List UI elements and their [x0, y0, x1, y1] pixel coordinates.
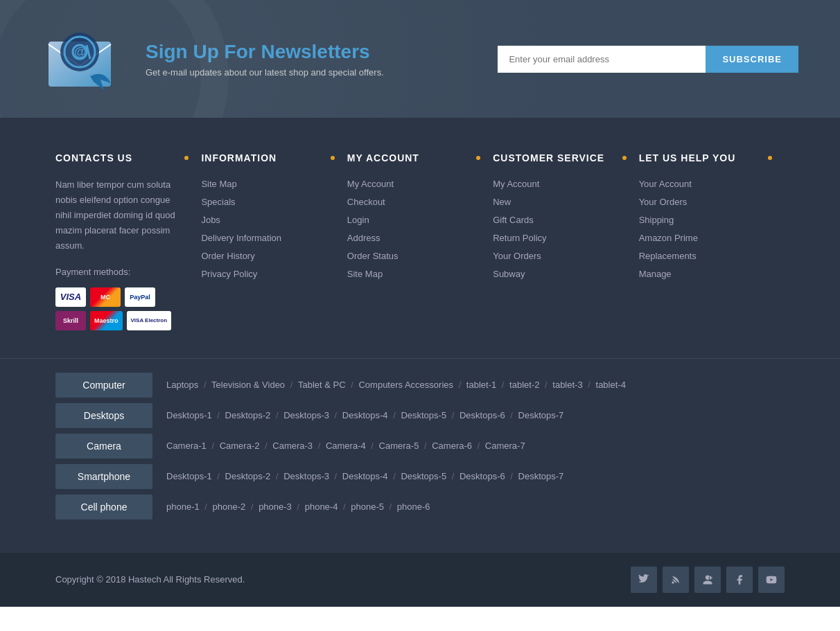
list-item: Jobs [201, 213, 333, 226]
cat-link[interactable]: tablet-4 [596, 380, 626, 390]
amazon-prime-link[interactable]: Amazon Prime [639, 233, 698, 243]
customer-service-heading: CUSTOMER SERVICE [493, 152, 624, 163]
login-link[interactable]: Login [347, 215, 369, 225]
footer-col-contacts: CONTACTS US Nam liber tempor cum soluta … [55, 152, 201, 330]
category-links-smartphone: Desktops-1 / Desktops-2 / Desktops-3 / D… [152, 464, 577, 488]
list-item: Subway [493, 267, 624, 280]
twitter-icon[interactable] [631, 567, 657, 593]
list-item: My Account [493, 177, 624, 190]
cat-link[interactable]: Camera-5 [379, 441, 419, 451]
cat-link[interactable]: Desktops-2 [225, 410, 271, 420]
cat-link[interactable]: Desktops-1 [166, 410, 212, 420]
site-map-link[interactable]: Site Map [201, 179, 236, 189]
footer-col-help: LET US HELP YOU Your Account Your Orders… [639, 152, 785, 330]
cat-link[interactable]: tablet-2 [509, 380, 539, 390]
cat-link[interactable]: Desktops-2 [225, 471, 271, 481]
cs-new-link[interactable]: New [493, 197, 511, 207]
specials-link[interactable]: Specials [201, 197, 235, 207]
youtube-icon[interactable] [758, 567, 785, 593]
cat-link[interactable]: Desktops-3 [283, 471, 329, 481]
site-map-link2[interactable]: Site Map [347, 269, 383, 279]
cat-link[interactable]: Desktops-7 [518, 410, 564, 420]
payment-label: Payment methods: [55, 265, 187, 280]
subway-link[interactable]: Subway [493, 269, 525, 279]
cat-link[interactable]: phone-1 [166, 501, 200, 512]
cat-link[interactable]: Camera-7 [485, 441, 525, 451]
google-plus-icon[interactable] [694, 567, 721, 593]
shipping-link[interactable]: Shipping [639, 215, 674, 225]
address-link[interactable]: Address [347, 233, 380, 243]
list-item: Shipping [639, 213, 771, 226]
order-status-link[interactable]: Order Status [347, 251, 399, 261]
category-links-computer: Laptops / Television & Video / Tablet & … [152, 373, 640, 397]
footer-bottom: Copyright © 2018 Hastech All Rights Rese… [0, 553, 840, 607]
maestro-icon: Maestro [90, 311, 123, 330]
subscribe-button[interactable]: SUBSCRIBE [706, 46, 798, 73]
your-orders-link2[interactable]: Your Orders [639, 197, 688, 207]
category-links-cellphone: phone-1 / phone-2 / phone-3 / phone-4 / … [152, 495, 444, 519]
cat-link[interactable]: Camera-6 [432, 441, 472, 451]
order-history-link[interactable]: Order History [201, 251, 254, 261]
email-input[interactable] [498, 46, 706, 73]
replacements-link[interactable]: Replacements [639, 251, 697, 261]
svg-text:@: @ [74, 45, 87, 59]
cat-link[interactable]: Television & Video [211, 380, 285, 390]
jobs-link[interactable]: Jobs [201, 215, 220, 225]
cat-link[interactable]: phone-3 [259, 501, 292, 512]
category-section: Computer Laptops / Television & Video / … [0, 358, 840, 553]
cat-link[interactable]: Desktops-4 [342, 410, 388, 420]
cat-link[interactable]: Desktops-4 [342, 471, 388, 481]
cat-link[interactable]: Desktops-3 [283, 410, 329, 420]
cat-link[interactable]: Desktops-5 [401, 471, 446, 481]
list-item: Amazon Prime [639, 231, 771, 244]
list-item: Order History [201, 249, 333, 262]
cat-link[interactable]: Camera-1 [166, 441, 207, 451]
list-item: Order Status [347, 249, 479, 262]
gift-cards-link[interactable]: Gift Cards [493, 215, 534, 225]
cat-link[interactable]: tablet-1 [466, 380, 496, 390]
cat-link[interactable]: phone-4 [305, 501, 338, 512]
category-label-computer: Computer [55, 373, 152, 398]
newsletter-heading-highlight: Newsletters [261, 41, 369, 62]
cat-link[interactable]: phone-2 [213, 501, 246, 512]
cat-link[interactable]: Camera-3 [272, 441, 313, 451]
cat-link[interactable]: phone-5 [351, 501, 384, 512]
cs-account-link[interactable]: My Account [493, 179, 539, 189]
cat-link[interactable]: Desktops-5 [401, 410, 446, 420]
cat-link[interactable]: Desktops-6 [460, 471, 505, 481]
cat-link[interactable]: Desktops-7 [518, 471, 564, 481]
my-account-link[interactable]: My Account [347, 179, 394, 189]
newsletter-form: SUBSCRIBE [498, 46, 798, 73]
list-item: My Account [347, 177, 479, 190]
checkout-link[interactable]: Checkout [347, 197, 385, 207]
cat-link[interactable]: Camera-4 [326, 441, 366, 451]
delivery-link[interactable]: Delivery Information [201, 233, 281, 243]
cat-link[interactable]: Desktops-1 [166, 471, 212, 481]
my-account-links: My Account Checkout Login Address Order … [347, 177, 479, 280]
cat-link[interactable]: Tablet & PC [298, 380, 346, 390]
list-item: Replacements [639, 249, 771, 262]
footer-main: CONTACTS US Nam liber tempor cum soluta … [0, 118, 840, 358]
facebook-icon[interactable] [726, 567, 753, 593]
cat-link[interactable]: Camera-2 [220, 441, 260, 451]
list-item: Delivery Information [201, 231, 333, 244]
help-heading: LET US HELP YOU [639, 152, 771, 163]
cat-link[interactable]: Laptops [166, 380, 198, 390]
list-item: Manage [639, 267, 771, 280]
visa-icon: VISA [55, 287, 86, 307]
cat-link[interactable]: Computers Accessories [358, 380, 453, 390]
your-account-link[interactable]: Your Account [639, 179, 692, 189]
category-row-computer: Computer Laptops / Television & Video / … [55, 373, 785, 398]
rss-icon[interactable] [663, 567, 689, 593]
return-policy-link[interactable]: Return Policy [493, 233, 546, 243]
your-orders-link[interactable]: Your Orders [493, 251, 541, 261]
category-label-cellphone: Cell phone [55, 495, 152, 519]
footer-col-information: INFORMATION Site Map Specials Jobs Deliv… [201, 152, 347, 330]
cat-link[interactable]: phone-6 [397, 501, 430, 512]
manage-link[interactable]: Manage [639, 269, 672, 279]
list-item: Return Policy [493, 231, 624, 244]
cat-link[interactable]: Desktops-6 [460, 410, 505, 420]
cat-link[interactable]: tablet-3 [552, 380, 582, 390]
privacy-link[interactable]: Privacy Policy [201, 269, 257, 279]
skrill-icon: Skrill [55, 311, 86, 330]
